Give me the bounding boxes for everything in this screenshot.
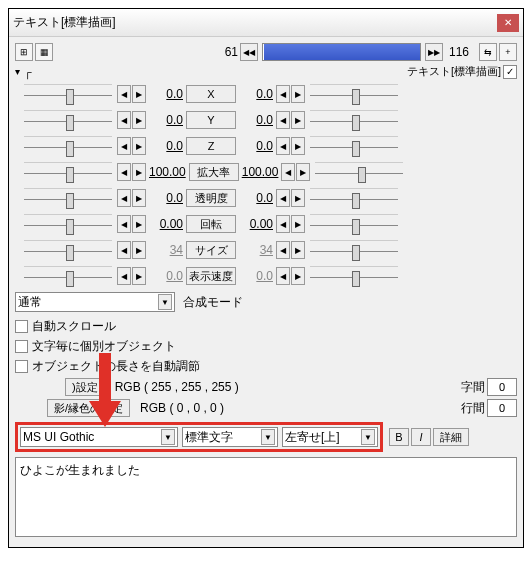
- dec-left-button[interactable]: ◀: [117, 137, 131, 155]
- param-right-value[interactable]: 0.00: [237, 217, 275, 231]
- param-name-button[interactable]: 回転: [186, 215, 236, 233]
- inc-right-button[interactable]: ▶: [291, 85, 305, 103]
- line-spacing-input[interactable]: 0: [487, 399, 517, 417]
- param-right-value[interactable]: 100.00: [240, 165, 281, 179]
- forward-button[interactable]: ▶▶: [425, 43, 443, 61]
- option-checkbox[interactable]: [15, 320, 28, 333]
- param-right-value[interactable]: 0.0: [237, 191, 275, 205]
- param-slider-right[interactable]: [310, 84, 398, 104]
- option-checkbox[interactable]: [15, 340, 28, 353]
- param-left-value[interactable]: 0.00: [147, 217, 185, 231]
- dec-left-button[interactable]: ◀: [117, 111, 131, 129]
- param-slider-right[interactable]: [315, 162, 403, 182]
- inc-left-button[interactable]: ▶: [132, 267, 146, 285]
- dec-left-button[interactable]: ◀: [117, 163, 131, 181]
- tool-icon-1[interactable]: ⊞: [15, 43, 33, 61]
- inc-right-button[interactable]: ▶: [296, 163, 310, 181]
- inc-left-button[interactable]: ▶: [132, 189, 146, 207]
- param-right-value[interactable]: 0.0: [237, 113, 275, 127]
- add-icon[interactable]: +: [499, 43, 517, 61]
- param-slider-left[interactable]: [24, 214, 112, 234]
- param-left-value[interactable]: 0.0: [147, 191, 185, 205]
- param-name-button[interactable]: X: [186, 85, 236, 103]
- inc-left-button[interactable]: ▶: [132, 163, 146, 181]
- dec-left-button[interactable]: ◀: [117, 215, 131, 233]
- font-name-select[interactable]: MS UI Gothic ▼: [20, 427, 178, 447]
- inc-left-button[interactable]: ▶: [132, 85, 146, 103]
- font-style-select[interactable]: 標準文字 ▼: [182, 427, 278, 447]
- param-name-button[interactable]: Z: [186, 137, 236, 155]
- param-slider-right[interactable]: [310, 240, 398, 260]
- dec-right-button[interactable]: ◀: [276, 137, 290, 155]
- dec-right-button[interactable]: ◀: [276, 267, 290, 285]
- param-slider-right[interactable]: [310, 136, 398, 156]
- param-left-value[interactable]: 34: [147, 243, 185, 257]
- inc-right-button[interactable]: ▶: [291, 111, 305, 129]
- param-name-button[interactable]: 表示速度: [186, 267, 236, 285]
- param-right-value[interactable]: 0.0: [237, 87, 275, 101]
- param-right-value[interactable]: 0.0: [237, 269, 275, 283]
- param-slider-right[interactable]: [310, 110, 398, 130]
- option-label: 文字毎に個別オブジェクト: [32, 338, 176, 355]
- param-right-value[interactable]: 34: [237, 243, 275, 257]
- char-spacing-input[interactable]: 0: [487, 378, 517, 396]
- inc-right-button[interactable]: ▶: [291, 137, 305, 155]
- italic-button[interactable]: I: [411, 428, 431, 446]
- rewind-button[interactable]: ◀◀: [240, 43, 258, 61]
- detail-button[interactable]: 詳細: [433, 428, 469, 446]
- dec-right-button[interactable]: ◀: [276, 215, 290, 233]
- tree-toggle-icon[interactable]: ▾: [15, 66, 20, 77]
- dec-left-button[interactable]: ◀: [117, 189, 131, 207]
- align-select[interactable]: 左寄せ[上] ▼: [282, 427, 378, 447]
- param-slider-left[interactable]: [24, 110, 112, 130]
- param-slider-right[interactable]: [310, 188, 398, 208]
- param-slider-left[interactable]: [24, 188, 112, 208]
- inc-left-button[interactable]: ▶: [132, 241, 146, 259]
- param-left-value[interactable]: 0.0: [147, 113, 185, 127]
- param-slider-right[interactable]: [310, 214, 398, 234]
- align-value: 左寄せ[上]: [285, 429, 340, 446]
- dec-right-button[interactable]: ◀: [276, 241, 290, 259]
- dec-left-button[interactable]: ◀: [117, 85, 131, 103]
- param-left-value[interactable]: 0.0: [147, 269, 185, 283]
- dec-right-button[interactable]: ◀: [276, 189, 290, 207]
- param-name-button[interactable]: サイズ: [186, 241, 236, 259]
- dec-left-button[interactable]: ◀: [117, 241, 131, 259]
- inc-right-button[interactable]: ▶: [291, 241, 305, 259]
- dec-right-button[interactable]: ◀: [281, 163, 295, 181]
- font-color-button[interactable]: )設定: [65, 378, 105, 396]
- param-slider-left[interactable]: [24, 162, 112, 182]
- inc-right-button[interactable]: ▶: [291, 215, 305, 233]
- tool-icon-2[interactable]: ▦: [35, 43, 53, 61]
- param-name-button[interactable]: Y: [186, 111, 236, 129]
- param-left-value[interactable]: 100.00: [147, 165, 188, 179]
- text-input[interactable]: [15, 457, 517, 537]
- timeline-bar[interactable]: [262, 43, 421, 61]
- param-name-button[interactable]: 透明度: [186, 189, 236, 207]
- blend-mode-select[interactable]: 通常 ▼: [15, 292, 175, 312]
- group-enable-checkbox[interactable]: ✓: [503, 65, 517, 79]
- inc-right-button[interactable]: ▶: [291, 189, 305, 207]
- close-button[interactable]: ✕: [497, 14, 519, 32]
- param-slider-left[interactable]: [24, 240, 112, 260]
- param-slider-right[interactable]: [310, 266, 398, 286]
- param-slider-left[interactable]: [24, 266, 112, 286]
- inc-right-button[interactable]: ▶: [291, 267, 305, 285]
- dec-right-button[interactable]: ◀: [276, 85, 290, 103]
- param-left-value[interactable]: 0.0: [147, 87, 185, 101]
- sync-icon[interactable]: ⇆: [479, 43, 497, 61]
- option-checkbox[interactable]: [15, 360, 28, 373]
- param-right-value[interactable]: 0.0: [237, 139, 275, 153]
- param-left-value[interactable]: 0.0: [147, 139, 185, 153]
- dec-left-button[interactable]: ◀: [117, 267, 131, 285]
- param-slider-left[interactable]: [24, 136, 112, 156]
- inc-left-button[interactable]: ▶: [132, 137, 146, 155]
- bold-button[interactable]: B: [389, 428, 409, 446]
- inc-left-button[interactable]: ▶: [132, 111, 146, 129]
- inc-left-button[interactable]: ▶: [132, 215, 146, 233]
- shadow-color-button[interactable]: 影/縁色の設定: [47, 399, 130, 417]
- dec-right-button[interactable]: ◀: [276, 111, 290, 129]
- param-name-button[interactable]: 拡大率: [189, 163, 239, 181]
- font-style-value: 標準文字: [185, 429, 233, 446]
- param-slider-left[interactable]: [24, 84, 112, 104]
